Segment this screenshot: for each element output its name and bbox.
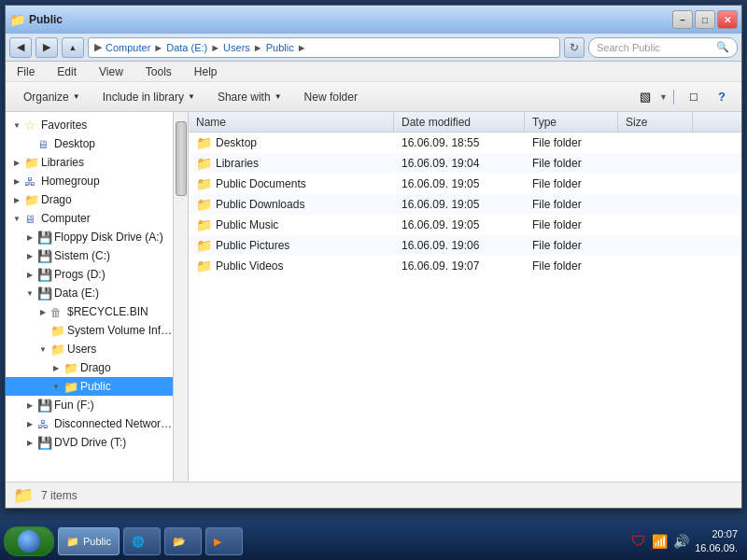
menu-tools[interactable]: Tools — [142, 63, 176, 80]
taskbar-ie[interactable]: 🌐 — [123, 527, 161, 555]
tree-label-homegroup: Homegroup — [41, 175, 173, 188]
sidebar-item-sysvolinfo[interactable]: 📁System Volume Information — [6, 321, 173, 340]
preview-pane-button[interactable]: □ — [680, 87, 708, 107]
file-row-6[interactable]: 📁Public Videos16.06.09. 19:07File folder — [189, 256, 741, 276]
folder-icon-progs_d: 💾 — [37, 267, 54, 282]
up-button[interactable]: ▲ — [62, 37, 84, 58]
sidebar-item-desktop[interactable]: 🖥Desktop — [6, 134, 173, 153]
view-icons: ▧ ▼ — [633, 87, 668, 107]
close-button[interactable]: ✕ — [717, 10, 738, 29]
taskbar-files-icon: 📂 — [173, 536, 186, 548]
tree-arrow-sistem_c — [22, 252, 37, 260]
tree-arrow-libraries — [9, 159, 24, 167]
toolbar: Organize ▼ Include in library ▼ Share wi… — [6, 82, 741, 112]
col-header-type[interactable]: Type — [525, 112, 618, 132]
tree-arrow-progs_d — [22, 271, 37, 279]
sidebar-item-favorites[interactable]: ☆Favorites — [6, 116, 173, 134]
breadcrumb-computer[interactable]: Computer — [106, 42, 150, 53]
sidebar-item-progs_d[interactable]: 💾Progs (D:) — [6, 265, 173, 284]
breadcrumb-data-e[interactable]: Data (E:) — [166, 42, 207, 53]
folder-icon-sysvolinfo: 📁 — [50, 323, 67, 338]
search-box[interactable]: Search Public 🔍 — [588, 37, 738, 58]
new-folder-button[interactable]: New folder — [294, 85, 368, 109]
menu-help[interactable]: Help — [190, 63, 221, 80]
file-list-header: Name Date modified Type Size — [189, 112, 741, 133]
file-row-1[interactable]: 📁Libraries16.06.09. 19:04File folder — [189, 153, 741, 174]
sidebar-item-disconnected[interactable]: 🖧Disconnected Network Drive (S:) — [6, 414, 173, 433]
col-header-date[interactable]: Date modified — [394, 112, 525, 132]
sidebar-item-libraries[interactable]: 📁Libraries — [6, 153, 173, 172]
file-row-0[interactable]: 📁Desktop16.06.09. 18:55File folder — [189, 133, 741, 153]
col-header-size[interactable]: Size — [618, 112, 693, 132]
status-bar: 📁 7 items — [6, 482, 741, 508]
tree-label-users: Users — [67, 343, 173, 356]
folder-icon-libraries: 📁 — [24, 155, 41, 170]
minimize-button[interactable]: – — [672, 10, 693, 29]
tray-network-icon[interactable]: 📶 — [652, 534, 668, 549]
help-button[interactable]: ? — [710, 87, 734, 107]
file-row-4[interactable]: 📁Public Music16.06.09. 19:05File folder — [189, 215, 741, 235]
tree-label-recycle: $RECYCLE.BIN — [67, 305, 173, 318]
maximize-button[interactable]: □ — [695, 10, 715, 29]
include-library-button[interactable]: Include in library ▼ — [92, 85, 205, 109]
menu-file[interactable]: File — [13, 63, 38, 80]
refresh-button[interactable]: ↻ — [564, 37, 585, 58]
folder-icon-sistem_c: 💾 — [37, 248, 54, 263]
start-button[interactable] — [4, 526, 54, 556]
sidebar-scrollbar[interactable] — [174, 112, 189, 482]
sidebar-item-public[interactable]: 📁Public — [6, 377, 173, 396]
sidebar: ☆Favorites🖥Desktop📁Libraries🖧Homegroup📁D… — [6, 112, 174, 482]
file-row-2[interactable]: 📁Public Documents16.06.09. 19:05File fol… — [189, 174, 741, 194]
tray-clock[interactable]: 20:07 16.06.09. — [695, 527, 738, 556]
file-type-0: File folder — [525, 136, 618, 149]
sidebar-item-fun_f[interactable]: 💾Fun (F:) — [6, 396, 173, 414]
title-bar-left: 📁 Public — [9, 12, 672, 27]
sidebar-item-data_e[interactable]: 💾Data (E:) — [6, 284, 173, 302]
taskbar-explorer[interactable]: 📁 Public — [58, 527, 120, 555]
refresh-icon: ↻ — [570, 41, 579, 54]
breadcrumb-public[interactable]: Public — [266, 42, 294, 53]
sidebar-item-floppy[interactable]: 💾Floppy Disk Drive (A:) — [6, 228, 173, 246]
menu-edit[interactable]: Edit — [53, 63, 80, 80]
folder-icon-computer: 🖥 — [24, 211, 41, 226]
col-header-name[interactable]: Name — [189, 112, 394, 132]
sidebar-item-sistem_c[interactable]: 💾Sistem (C:) — [6, 246, 173, 265]
address-bar: ◀ ▶ ▲ ▶ Computer ► Data (E:) ► Users ► P… — [6, 34, 741, 62]
file-type-4: File folder — [525, 218, 618, 231]
tree-arrow-computer — [9, 215, 24, 223]
start-orb — [18, 530, 40, 553]
status-folder-icon: 📁 — [13, 485, 34, 506]
menu-view[interactable]: View — [95, 63, 127, 80]
forward-button[interactable]: ▶ — [35, 37, 58, 58]
sidebar-item-homegroup[interactable]: 🖧Homegroup — [6, 172, 173, 190]
file-name-2: 📁Public Documents — [189, 176, 394, 191]
sidebar-scrollbar-thumb[interactable] — [176, 121, 187, 196]
sidebar-item-recycle[interactable]: 🗑$RECYCLE.BIN — [6, 302, 173, 321]
toolbar-divider — [673, 90, 674, 105]
folder-icon-disconnected: 🖧 — [37, 416, 54, 431]
folder-icon-dvd_t: 💾 — [37, 435, 54, 450]
sidebar-item-drago2[interactable]: 📁Drago — [6, 358, 173, 377]
file-type-6: File folder — [525, 259, 618, 273]
taskbar-files[interactable]: 📂 — [164, 527, 202, 555]
tray-volume-icon[interactable]: 🔊 — [673, 534, 689, 549]
back-button[interactable]: ◀ — [9, 37, 32, 58]
tree-arrow-drago2 — [49, 364, 63, 372]
address-path[interactable]: ▶ Computer ► Data (E:) ► Users ► Public … — [88, 37, 560, 58]
share-with-button[interactable]: Share with ▼ — [207, 85, 292, 109]
breadcrumb-users[interactable]: Users — [223, 42, 250, 53]
sidebar-item-dvd_t[interactable]: 💾DVD Drive (T:) — [6, 433, 173, 452]
file-row-5[interactable]: 📁Public Pictures16.06.09. 19:06File fold… — [189, 235, 741, 256]
file-type-5: File folder — [525, 239, 618, 252]
organize-button[interactable]: Organize ▼ — [13, 85, 91, 109]
file-row-3[interactable]: 📁Public Downloads16.06.09. 19:05File fol… — [189, 194, 741, 215]
tray-antivirus-icon[interactable]: 🛡 — [631, 533, 646, 550]
views-button[interactable]: ▧ — [633, 87, 657, 107]
folder-icon-drago2: 📁 — [63, 360, 80, 375]
sidebar-item-users[interactable]: 📁Users — [6, 340, 173, 358]
folder-icon-public: 📁 — [63, 379, 80, 394]
sidebar-item-computer[interactable]: 🖥Computer — [6, 209, 173, 228]
folder-icon-fun_f: 💾 — [37, 398, 54, 413]
sidebar-item-drago[interactable]: 📁Drago — [6, 190, 173, 209]
taskbar-media[interactable]: ▶ — [205, 527, 243, 555]
